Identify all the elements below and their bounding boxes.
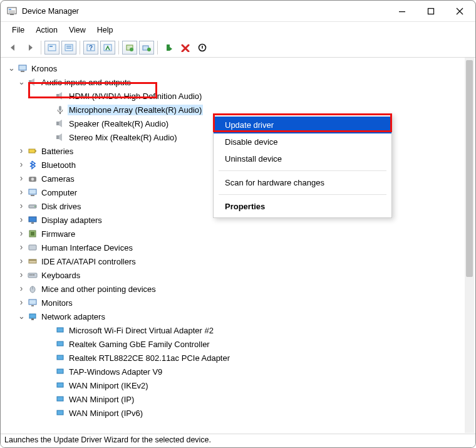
tree-device[interactable]: Realtek RTL8822CE 802.11ac PCIe Adapter xyxy=(6,351,473,365)
network-adapter-icon xyxy=(54,393,66,405)
node-label: Batteries xyxy=(40,146,75,157)
tree-root[interactable]: Kronos xyxy=(6,61,473,75)
svg-rect-5 xyxy=(399,11,405,12)
tree-category[interactable]: Firmware xyxy=(6,227,473,241)
svg-rect-7 xyxy=(48,44,56,51)
computer-icon xyxy=(27,187,38,198)
tree-device[interactable]: Microsoft Wi-Fi Direct Virtual Adapter #… xyxy=(6,323,473,337)
svg-point-32 xyxy=(31,178,34,181)
tree-category-network[interactable]: Network adapters xyxy=(6,310,473,323)
svg-point-18 xyxy=(147,48,151,51)
node-label: WAN Miniport (IKEv2) xyxy=(68,380,150,391)
tree-device[interactable]: WAN Miniport (IPv6) xyxy=(6,406,473,420)
node-label: IDE ATA/ATAPI controllers xyxy=(40,256,137,267)
minimize-button[interactable] xyxy=(388,1,416,21)
computer-icon xyxy=(17,63,28,74)
svg-rect-55 xyxy=(57,341,63,346)
svg-rect-6 xyxy=(428,8,434,14)
window-title: Device Manager xyxy=(22,7,79,16)
show-hidden-button[interactable] xyxy=(44,41,59,55)
disable-device-button[interactable] xyxy=(195,41,210,55)
scan-button[interactable] xyxy=(100,41,115,55)
monitor-icon xyxy=(27,297,38,308)
tree-device[interactable]: Realtek Gaming GbE Family Controller xyxy=(6,337,473,351)
node-label: TAP-Windows Adapter V9 xyxy=(68,367,163,377)
app-icon xyxy=(7,6,17,16)
speaker-icon xyxy=(27,76,38,88)
node-label: Display adapters xyxy=(40,215,103,226)
tree-category[interactable]: Keyboards xyxy=(6,268,473,282)
tree-category[interactable]: Monitors xyxy=(6,296,473,310)
network-adapter-icon xyxy=(54,352,66,363)
svg-rect-56 xyxy=(57,355,63,360)
node-label: Realtek Gaming GbE Family Controller xyxy=(68,339,211,350)
tree-device[interactable]: WAN Miniport (IKEv2) xyxy=(6,378,473,392)
menu-view[interactable]: View xyxy=(64,24,91,36)
svg-text:?: ? xyxy=(89,44,93,51)
context-uninstall-device[interactable]: Uninstall device xyxy=(214,150,391,167)
node-label: Kronos xyxy=(30,63,58,74)
network-adapter-icon xyxy=(54,338,66,350)
node-label: Network adapters xyxy=(40,311,106,322)
svg-point-36 xyxy=(34,206,36,207)
node-label: Microsoft Wi-Fi Direct Virtual Adapter #… xyxy=(68,325,215,336)
properties-button[interactable] xyxy=(61,41,76,55)
svg-rect-41 xyxy=(29,245,36,250)
node-label: HDMI (NVIDIA High Definition Audio) xyxy=(68,91,203,102)
node-label: WAN Miniport (IP) xyxy=(68,394,135,405)
node-label: Firmware xyxy=(40,229,76,239)
help-button[interactable]: ? xyxy=(83,41,98,55)
svg-rect-19 xyxy=(167,44,170,51)
tree-category-audio[interactable]: Audio inputs and outputs xyxy=(6,75,473,89)
svg-rect-51 xyxy=(31,305,34,306)
forward-button[interactable] xyxy=(23,41,38,55)
network-adapter-icon xyxy=(54,407,66,419)
svg-rect-58 xyxy=(57,383,63,387)
tree-device[interactable]: HDMI (NVIDIA High Definition Audio) xyxy=(6,89,473,103)
context-disable-device[interactable]: Disable device xyxy=(214,133,391,150)
svg-rect-8 xyxy=(49,46,53,47)
menu-action[interactable]: Action xyxy=(31,24,63,36)
node-label: Keyboards xyxy=(40,270,81,281)
add-legacy-button[interactable] xyxy=(139,41,154,55)
network-adapter-icon xyxy=(54,380,66,391)
uninstall-button[interactable] xyxy=(178,41,193,55)
tree-category[interactable]: Mice and other pointing devices xyxy=(6,282,473,296)
svg-rect-23 xyxy=(29,80,31,84)
title-bar: Device Manager xyxy=(1,1,475,22)
svg-rect-10 xyxy=(66,46,71,47)
svg-rect-59 xyxy=(57,397,63,401)
speaker-icon xyxy=(54,118,66,129)
close-button[interactable] xyxy=(445,1,474,21)
display-icon xyxy=(27,214,38,226)
tree-device[interactable]: WAN Miniport (IP) xyxy=(6,392,473,406)
node-label: Bluetooth xyxy=(40,160,77,170)
enable-device-button[interactable] xyxy=(161,41,176,55)
speaker-icon xyxy=(54,132,66,143)
node-label: Realtek RTL8822CE 802.11ac PCIe Adapter xyxy=(68,353,231,363)
context-update-driver[interactable]: Update driver xyxy=(214,117,391,133)
back-button[interactable] xyxy=(6,41,21,55)
node-label: Cameras xyxy=(40,174,76,184)
node-label: Disk drives xyxy=(40,201,83,212)
svg-rect-33 xyxy=(29,189,36,194)
context-scan[interactable]: Scan for hardware changes xyxy=(214,174,391,191)
camera-icon xyxy=(27,173,38,184)
tree-device[interactable]: TAP-Windows Adapter V9 xyxy=(6,365,473,378)
node-label: Mice and other pointing devices xyxy=(40,284,157,294)
menu-file[interactable]: File xyxy=(7,24,29,36)
svg-rect-25 xyxy=(59,106,61,111)
svg-rect-22 xyxy=(21,71,24,72)
svg-rect-45 xyxy=(29,274,31,276)
svg-rect-54 xyxy=(57,328,63,332)
speaker-icon xyxy=(54,90,66,102)
menu-help[interactable]: Help xyxy=(92,24,118,36)
tree-category[interactable]: Human Interface Devices xyxy=(6,241,473,254)
svg-rect-29 xyxy=(29,149,35,153)
maximize-button[interactable] xyxy=(416,1,445,21)
svg-rect-30 xyxy=(35,150,36,152)
svg-rect-11 xyxy=(66,48,71,49)
tree-category[interactable]: IDE ATA/ATAPI controllers xyxy=(6,254,473,268)
update-driver-button[interactable] xyxy=(122,41,137,55)
context-properties[interactable]: Properties xyxy=(214,198,391,215)
